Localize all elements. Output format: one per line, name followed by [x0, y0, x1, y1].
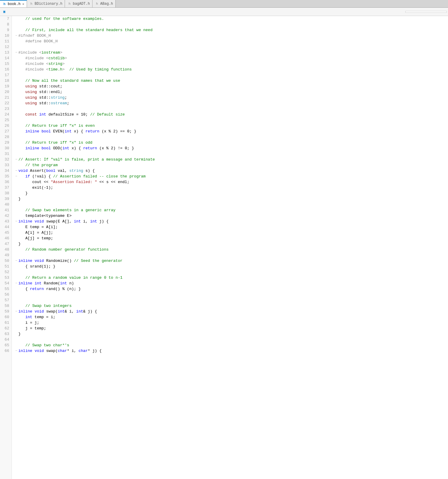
scope-selector[interactable] — [405, 11, 447, 13]
code-line-63: } — [14, 331, 448, 337]
tab-close-book-h[interactable]: ✕ — [22, 2, 24, 6]
code-content-35: if (!val) { // Assertion failed -- close… — [18, 174, 448, 179]
fold-gutter-35[interactable]: − — [14, 174, 18, 179]
code-content-60: int temp = i; — [18, 314, 448, 320]
code-line-65: // Swap two char*'s — [14, 342, 448, 348]
code-content-65: // Swap two char*'s — [18, 342, 448, 348]
code-content-14: #include <cstdlib> — [18, 55, 448, 61]
line-number-22: 22 — [2, 100, 9, 106]
line-number-7: 7 — [2, 16, 9, 22]
code-content-30: inline bool ODD(int x) { return (x % 2) … — [18, 145, 448, 151]
code-line-58: // Swap two integers — [14, 303, 448, 309]
line-number-11: 11 — [2, 39, 9, 44]
line-number-30: 30 — [2, 145, 9, 151]
code-content-11: #define BOOK_H — [18, 39, 448, 44]
code-line-33: // the program — [14, 162, 448, 168]
code-content-21: using std::string; — [18, 95, 448, 100]
code-content-61: i = j; — [18, 320, 448, 326]
line-number-38: 38 — [2, 190, 9, 196]
tab-book-h[interactable]: h book.h ✕ — [0, 0, 27, 7]
code-line-25 — [14, 117, 448, 123]
project-selector[interactable]: ▣ — [1, 9, 10, 15]
code-content-63: } — [18, 331, 448, 337]
code-line-41: // Swap two elements in a generic array — [14, 207, 448, 213]
line-number-54: 54 — [2, 281, 9, 286]
code-line-8 — [14, 22, 448, 27]
code-line-59: −inline void swap(int& i, int& j) { — [14, 309, 448, 314]
line-number-49: 49 — [2, 252, 9, 258]
line-number-42: 42 — [2, 213, 9, 219]
tab-abag-h[interactable]: h ABag.h — [93, 0, 116, 7]
line-number-45: 45 — [2, 230, 9, 236]
fold-gutter-43[interactable]: − — [14, 219, 18, 224]
line-number-59: 59 — [2, 309, 9, 314]
line-number-34: 34 — [2, 168, 9, 174]
line-number-10: 10 — [2, 33, 9, 39]
code-line-49 — [14, 252, 448, 258]
h-file-icon-4: h — [95, 2, 99, 6]
line-number-18: 18 — [2, 78, 9, 84]
code-line-12 — [14, 44, 448, 50]
line-number-41: 41 — [2, 207, 9, 213]
line-number-55: 55 — [2, 286, 9, 292]
line-number-33: 33 — [2, 162, 9, 168]
code-line-51: { srand(1); } — [14, 264, 448, 269]
line-number-53: 53 — [2, 275, 9, 281]
fold-gutter-54[interactable]: − — [14, 281, 18, 286]
code-content-37: exit(-1); — [18, 185, 448, 190]
line-number-58: 58 — [2, 303, 9, 309]
code-line-43: −inline void swap(E A[], int i, int j) { — [14, 219, 448, 224]
line-number-17: 17 — [2, 72, 9, 78]
tab-bar: h book.h ✕ h BDictionary.h h bagADT.h h … — [0, 0, 448, 8]
code-line-54: −inline int Random(int n) — [14, 281, 448, 286]
h-file-icon-3: h — [67, 2, 71, 6]
code-line-17 — [14, 72, 448, 78]
code-content-58: // Swap two integers — [18, 303, 448, 309]
code-area[interactable]: // used for the software examples. // Fi… — [12, 16, 448, 479]
line-number-56: 56 — [2, 292, 9, 297]
tab-label-book-h: book.h — [8, 2, 20, 6]
code-content-20: using std::endl; — [18, 89, 448, 95]
code-line-7: // used for the software examples. — [14, 16, 448, 22]
code-line-11: #define BOOK_H — [14, 39, 448, 44]
line-number-60: 60 — [2, 314, 9, 320]
line-number-8: 8 — [2, 22, 9, 27]
code-content-18: // Now all the standard names that we us… — [18, 78, 448, 84]
line-number-14: 14 — [2, 55, 9, 61]
line-number-25: 25 — [2, 117, 9, 123]
line-number-13: 13 — [2, 50, 9, 55]
code-line-44: E temp = A[i]; — [14, 224, 448, 230]
code-content-27: inline bool EVEN(int x) { return (x % 2)… — [18, 129, 448, 134]
line-number-29: 29 — [2, 140, 9, 145]
code-content-24: const int defaultSize = 10; // Default s… — [18, 112, 448, 117]
line-number-66: 66 — [2, 348, 9, 354]
code-line-34: −void Assert(bool val, string s) { — [14, 168, 448, 174]
code-line-38: } — [14, 190, 448, 196]
fold-gutter-32[interactable]: − — [14, 157, 18, 162]
fold-gutter-59[interactable]: − — [14, 309, 18, 314]
line-number-51: 51 — [2, 264, 9, 269]
fold-gutter-10[interactable]: − — [14, 33, 18, 39]
line-numbers: 7891011121314151617181920212223242526272… — [0, 16, 12, 479]
code-line-45: A[i] = A[j]; — [14, 230, 448, 236]
code-content-62: j = temp; — [18, 326, 448, 331]
line-number-26: 26 — [2, 123, 9, 129]
fold-gutter-34[interactable]: − — [14, 168, 18, 174]
line-number-9: 9 — [2, 27, 9, 33]
code-line-56 — [14, 292, 448, 297]
code-line-46: A[j] = temp; — [14, 236, 448, 241]
fold-gutter-13[interactable]: − — [14, 50, 18, 55]
fold-gutter-50[interactable]: − — [14, 258, 18, 264]
code-content-19: using std::cout; — [18, 84, 448, 89]
code-line-28 — [14, 134, 448, 140]
line-number-48: 48 — [2, 247, 9, 252]
tab-bagadt-h[interactable]: h bagADT.h — [65, 0, 93, 7]
tab-label-abag-h: ABag.h — [100, 2, 113, 6]
code-line-60: int temp = i; — [14, 314, 448, 320]
tab-bdictionary-h[interactable]: h BDictionary.h — [27, 0, 65, 7]
code-content-26: // Return true iff "x" is even — [18, 123, 448, 129]
fold-gutter-66[interactable]: − — [14, 348, 18, 354]
code-line-31 — [14, 151, 448, 157]
line-number-63: 63 — [2, 331, 9, 337]
line-number-62: 62 — [2, 326, 9, 331]
